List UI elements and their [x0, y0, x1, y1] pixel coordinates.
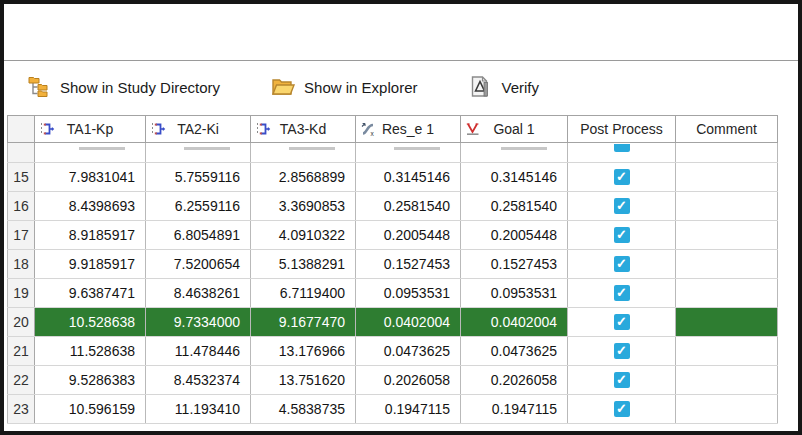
cell-goal-1[interactable]: 0.0953531: [461, 279, 568, 308]
row-number[interactable]: 17: [8, 221, 35, 250]
cell-post-process[interactable]: ✓: [568, 221, 676, 250]
cell-post-process[interactable]: ✓: [568, 250, 676, 279]
cell-goal-1[interactable]: 0.0473625: [461, 337, 568, 366]
clipped-cell: [251, 143, 356, 163]
cell-res-e-1[interactable]: 0.2005448: [356, 221, 461, 250]
cell-ta1-kp[interactable]: 9.6387471: [35, 279, 146, 308]
cell-ta1-kp[interactable]: 10.528638: [35, 308, 146, 337]
row-number[interactable]: 15: [8, 163, 35, 192]
column-header-ta2-ki[interactable]: TA2-Ki: [146, 116, 251, 143]
column-header-comment[interactable]: Comment: [676, 116, 778, 143]
row-number[interactable]: 23: [8, 395, 35, 424]
cell-comment[interactable]: [676, 366, 778, 395]
cell-ta1-kp[interactable]: 7.9831041: [35, 163, 146, 192]
cell-res-e-1[interactable]: 0.1947115: [356, 395, 461, 424]
cell-post-process[interactable]: ✓: [568, 337, 676, 366]
cell-comment[interactable]: [676, 279, 778, 308]
cell-res-e-1[interactable]: 0.0473625: [356, 337, 461, 366]
row-number[interactable]: 16: [8, 192, 35, 221]
cell-res-e-1[interactable]: 0.0402004: [356, 308, 461, 337]
verify-icon: [467, 74, 493, 100]
cell-ta2-ki[interactable]: 5.7559116: [146, 163, 251, 192]
post-process-checkbox[interactable]: ✓: [614, 401, 630, 417]
cell-ta3-kd[interactable]: 13.176966: [251, 337, 356, 366]
cell-post-process[interactable]: ✓: [568, 395, 676, 424]
post-process-checkbox[interactable]: ✓: [614, 169, 630, 185]
column-header-ta1-kp[interactable]: TA1-Kp: [35, 116, 146, 143]
cell-ta1-kp[interactable]: 9.9185917: [35, 250, 146, 279]
cell-goal-1[interactable]: 0.2026058: [461, 366, 568, 395]
cell-res-e-1[interactable]: 0.2581540: [356, 192, 461, 221]
cell-ta1-kp[interactable]: 10.596159: [35, 395, 146, 424]
cell-ta3-kd[interactable]: 2.8568899: [251, 163, 356, 192]
cell-ta3-kd[interactable]: 5.1388291: [251, 250, 356, 279]
cell-ta2-ki[interactable]: 8.4638261: [146, 279, 251, 308]
cell-ta1-kp[interactable]: 9.5286383: [35, 366, 146, 395]
cell-ta3-kd[interactable]: 6.7119400: [251, 279, 356, 308]
cell-ta3-kd[interactable]: 4.5838735: [251, 395, 356, 424]
row-number[interactable]: 20: [8, 308, 35, 337]
cell-ta3-kd[interactable]: 13.751620: [251, 366, 356, 395]
column-header-goal-1[interactable]: Goal 1: [461, 116, 568, 143]
cell-ta2-ki[interactable]: 11.478446: [146, 337, 251, 366]
cell-ta2-ki[interactable]: 8.4532374: [146, 366, 251, 395]
post-process-checkbox[interactable]: ✓: [614, 314, 630, 330]
row-number[interactable]: 21: [8, 337, 35, 366]
post-process-checkbox[interactable]: ✓: [614, 343, 630, 359]
cell-ta2-ki[interactable]: 7.5200654: [146, 250, 251, 279]
post-process-checkbox[interactable]: ✓: [614, 372, 630, 388]
cell-comment[interactable]: [676, 395, 778, 424]
cell-comment[interactable]: [676, 308, 778, 337]
row-number[interactable]: 22: [8, 366, 35, 395]
row-number[interactable]: 18: [8, 250, 35, 279]
cell-goal-1[interactable]: 0.3145146: [461, 163, 568, 192]
cell-ta2-ki[interactable]: 6.8054891: [146, 221, 251, 250]
cell-res-e-1[interactable]: 0.3145146: [356, 163, 461, 192]
cell-comment[interactable]: [676, 250, 778, 279]
row-number-column-header[interactable]: [8, 116, 35, 143]
column-header-ta3-kd[interactable]: TA3-Kd: [251, 116, 356, 143]
cell-post-process[interactable]: ✓: [568, 279, 676, 308]
cell-ta1-kp[interactable]: 11.528638: [35, 337, 146, 366]
column-header-label: Goal 1: [493, 121, 534, 137]
column-header-res-e-1[interactable]: xRes_e 1: [356, 116, 461, 143]
cell-comment[interactable]: [676, 192, 778, 221]
column-header-post-process[interactable]: Post Process: [568, 116, 676, 143]
evaluation-window: Evaluation Tasks Evaluation Data Evaluat…: [0, 0, 802, 435]
cell-res-e-1[interactable]: 0.0953531: [356, 279, 461, 308]
post-process-checkbox[interactable]: ✓: [614, 198, 630, 214]
post-process-checkbox[interactable]: ✓: [614, 285, 630, 301]
cell-ta3-kd[interactable]: 3.3690853: [251, 192, 356, 221]
column-header-label: Post Process: [580, 121, 662, 137]
cell-post-process[interactable]: ✓: [568, 366, 676, 395]
cell-comment[interactable]: [676, 221, 778, 250]
row-number[interactable]: 19: [8, 279, 35, 308]
cell-res-e-1[interactable]: 0.2026058: [356, 366, 461, 395]
post-process-checkbox[interactable]: ✓: [614, 227, 630, 243]
cell-ta3-kd[interactable]: 4.0910322: [251, 221, 356, 250]
verify-button[interactable]: Verify: [467, 74, 539, 100]
post-process-checkbox-clipped: [614, 144, 630, 152]
cell-goal-1[interactable]: 0.0402004: [461, 308, 568, 337]
show-in-study-directory-button[interactable]: Show in Study Directory: [26, 74, 220, 100]
cell-res-e-1[interactable]: 0.1527453: [356, 250, 461, 279]
show-in-explorer-button[interactable]: Show in Explorer: [270, 74, 417, 100]
cell-goal-1[interactable]: 0.2581540: [461, 192, 568, 221]
cell-comment[interactable]: [676, 163, 778, 192]
cell-ta1-kp[interactable]: 8.9185917: [35, 221, 146, 250]
cell-goal-1[interactable]: 0.1527453: [461, 250, 568, 279]
clipped-text: [184, 147, 230, 150]
cell-post-process[interactable]: ✓: [568, 308, 676, 337]
cell-ta2-ki[interactable]: 11.193410: [146, 395, 251, 424]
post-process-checkbox[interactable]: ✓: [614, 256, 630, 272]
cell-goal-1[interactable]: 0.2005448: [461, 221, 568, 250]
cell-comment[interactable]: [676, 337, 778, 366]
cell-goal-1[interactable]: 0.1947115: [461, 395, 568, 424]
cell-ta2-ki[interactable]: 6.2559116: [146, 192, 251, 221]
cell-post-process[interactable]: ✓: [568, 163, 676, 192]
cell-post-process[interactable]: ✓: [568, 192, 676, 221]
cell-ta3-kd[interactable]: 9.1677470: [251, 308, 356, 337]
cell-ta1-kp[interactable]: 8.4398693: [35, 192, 146, 221]
column-header-label: TA2-Ki: [177, 121, 219, 137]
cell-ta2-ki[interactable]: 9.7334000: [146, 308, 251, 337]
